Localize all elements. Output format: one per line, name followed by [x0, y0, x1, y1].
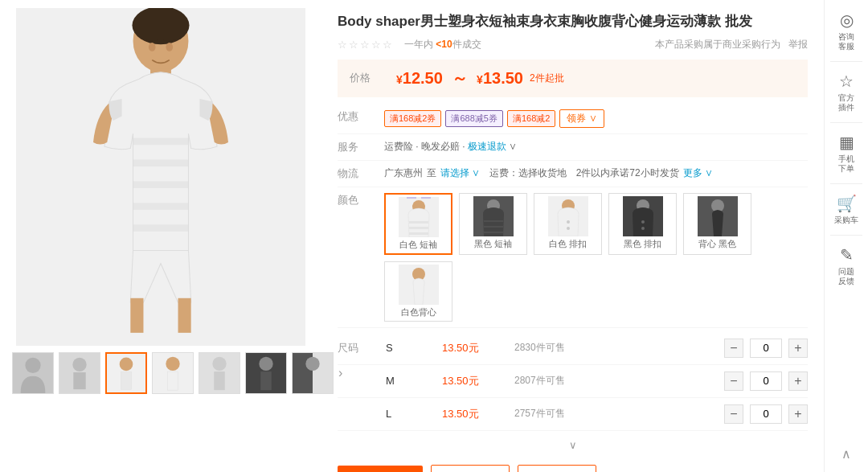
refund-link[interactable]: 极速退款	[468, 141, 506, 152]
qty-increase-l[interactable]: +	[788, 404, 808, 424]
svg-rect-28	[260, 371, 271, 390]
sidebar-divider-4	[830, 235, 862, 236]
svg-rect-3	[133, 138, 189, 146]
color-name-4: 黑色 排扣	[624, 238, 661, 250]
coupon-get-button[interactable]: 领券 ∨	[559, 109, 604, 128]
report-link: 本产品采购属于商业采购行为 举报	[655, 38, 808, 51]
coupon-row: 优惠 满168减2券 满688减5券 满168减2 领券 ∨	[338, 104, 808, 134]
qty-input-l[interactable]	[750, 404, 782, 424]
thumbnail-6[interactable]	[245, 352, 287, 394]
svg-point-18	[120, 358, 133, 371]
logistics-to: 至	[427, 166, 436, 180]
logistics-select[interactable]: 请选择 ∨	[440, 166, 480, 180]
qty-decrease-s[interactable]: −	[724, 339, 743, 358]
size-section: 尺码 S 13.50元 2830件可售 − + M 13.50元 2807件可售…	[338, 328, 808, 435]
size-row-m: M 13.50元 2807件可售 − +	[338, 365, 808, 398]
svg-point-51	[641, 227, 645, 230]
thumbnail-3[interactable]	[105, 352, 147, 394]
color-label: 颜色	[338, 193, 378, 207]
thumbnail-1[interactable]	[12, 352, 54, 394]
color-swatch-4	[623, 196, 663, 236]
svg-point-13	[25, 358, 40, 373]
svg-point-47	[567, 227, 570, 230]
currency-2: ¥	[477, 73, 483, 86]
qty-increase-s[interactable]: +	[788, 339, 808, 358]
add-cart-button[interactable]: 加采购车	[431, 465, 510, 472]
qty-input-m[interactable]	[750, 371, 782, 391]
product-section: Body shaper男士塑身衣短袖束身衣束胸收腹背心健身运动薄款 批发 ☆ ☆…	[321, 0, 824, 472]
star-2: ☆	[349, 39, 358, 51]
svg-point-15	[72, 358, 86, 371]
qty-decrease-m[interactable]: −	[724, 371, 743, 391]
logistics-promise: 2件以内承诺72小时发货	[576, 166, 679, 180]
thumbnail-5[interactable]	[199, 352, 240, 394]
price-range: ¥12.50 ～ ¥13.50	[396, 68, 523, 89]
svg-rect-5	[133, 181, 189, 188]
sidebar-divider-2	[830, 122, 862, 123]
show-more-button[interactable]: ∨	[338, 435, 808, 455]
logistics-sep: 运费：选择收货地	[484, 166, 571, 180]
color-item-white-button[interactable]: 白色 排扣	[534, 193, 602, 255]
svg-rect-4	[133, 159, 189, 166]
color-swatch-2	[473, 196, 514, 236]
size-section-label: 尺码	[338, 341, 378, 355]
star-1: ☆	[338, 39, 347, 51]
sidebar-divider-3	[830, 183, 862, 184]
thumbnail-4[interactable]	[152, 352, 194, 394]
svg-rect-43	[484, 232, 503, 233]
up-arrow-icon: ∧	[841, 446, 851, 462]
svg-rect-37	[409, 227, 428, 229]
size-row-l: L 13.50元 2757件可售 − +	[338, 398, 808, 431]
qty-decrease-l[interactable]: −	[724, 404, 743, 424]
color-item-black-short[interactable]: 黑色 短袖	[459, 193, 527, 255]
buy-now-button[interactable]: 立即订购	[338, 466, 423, 472]
cross-border-button[interactable]: 跨境铺货	[518, 465, 596, 472]
color-item-tank-black[interactable]: 背心 黑色	[683, 193, 751, 255]
sales-info: 一年内 <10件成交	[404, 38, 481, 51]
svg-point-50	[641, 220, 645, 224]
svg-rect-7	[133, 224, 189, 232]
svg-point-27	[259, 357, 272, 371]
coupon-label: 优惠	[338, 109, 378, 124]
color-item-tank-white[interactable]: 白色背心	[384, 261, 452, 322]
sidebar-item-cart[interactable]: 🛒 采购车	[825, 187, 868, 232]
sidebar-item-feedback[interactable]: ✎ 问题反馈	[825, 239, 868, 293]
qty-control-s: − +	[724, 339, 808, 358]
qty-increase-m[interactable]: +	[788, 371, 808, 391]
logistics-content: 广东惠州 至 请选择 ∨ 运费：选择收货地 2件以内承诺72小时发货 更多 ∨	[384, 166, 713, 180]
sidebar-item-mobile[interactable]: ▦ 手机下单	[825, 126, 868, 180]
size-name-m: M	[386, 375, 434, 387]
color-item-white-short[interactable]: 白色 短袖	[384, 193, 452, 255]
currency-1: ¥	[396, 73, 403, 86]
size-name-s: S	[386, 342, 434, 354]
feedback-icon: ✎	[840, 245, 854, 265]
size-stock-l: 2757件可售	[514, 407, 595, 421]
coupon-tag-1[interactable]: 满168减2券	[384, 110, 441, 127]
size-stock-s: 2830件可售	[514, 341, 595, 355]
size-price-l: 13.50元	[442, 407, 506, 421]
svg-rect-19	[121, 371, 132, 389]
sidebar-up-button[interactable]: ∧	[825, 440, 868, 468]
svg-rect-8	[130, 298, 143, 333]
coupon-tag-3[interactable]: 满168减2	[507, 110, 555, 127]
service-text: 运费险 · 晚发必赔 · 极速退款 ∨	[384, 140, 517, 154]
color-name-5: 背心 黑色	[698, 238, 736, 250]
size-row-s: 尺码 S 13.50元 2830件可售 − +	[338, 332, 808, 365]
product-svg	[16, 8, 305, 346]
report-anchor[interactable]: 举报	[788, 39, 808, 50]
color-swatch-5	[698, 196, 738, 236]
star-3: ☆	[360, 39, 370, 51]
thumbnail-2[interactable]	[59, 352, 100, 394]
price-section: 价格 ¥12.50 ～ ¥13.50 2件起批	[338, 60, 808, 97]
size-price-m: 13.50元	[442, 374, 506, 388]
qty-input-s[interactable]	[750, 339, 782, 358]
logistics-label: 物流	[338, 166, 378, 181]
logistics-more[interactable]: 更多 ∨	[683, 166, 713, 180]
coupon-tag-2[interactable]: 满688减5券	[445, 110, 502, 127]
svg-rect-41	[484, 220, 503, 222]
sidebar-item-service[interactable]: ◎ 咨询客服	[825, 4, 868, 58]
svg-point-46	[567, 220, 570, 224]
svg-rect-22	[167, 371, 178, 390]
color-item-black-button[interactable]: 黑色 排扣	[608, 193, 677, 255]
sidebar-item-plugin[interactable]: ☆ 官方插件	[825, 65, 868, 119]
